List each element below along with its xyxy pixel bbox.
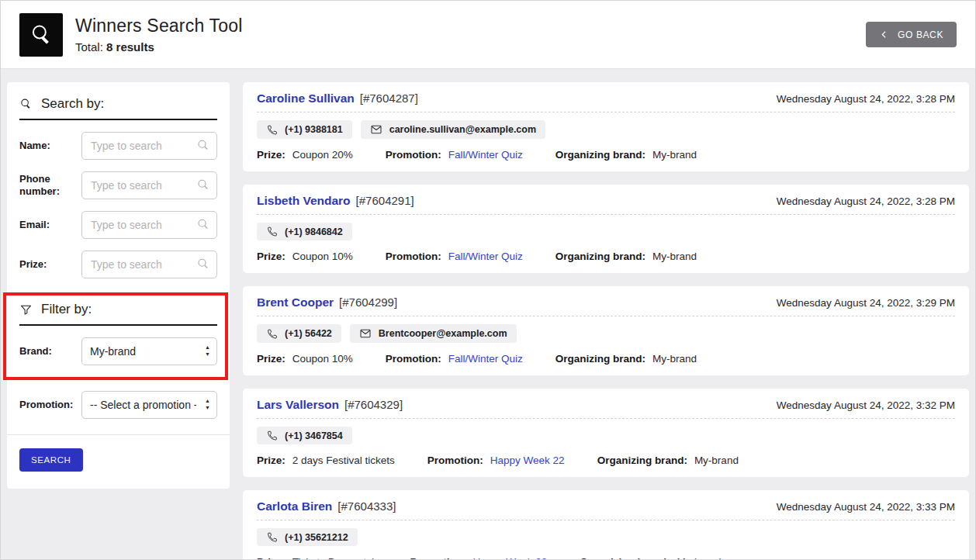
main-layout: Search by: Name: Phone number: Email: [1, 69, 975, 560]
contact-badges: (+1) 56422 Brentcooper@example.com [257, 324, 955, 343]
card-info-row: Prize:Tickets Box match Promotion:Happy … [257, 556, 955, 560]
header: Winners Search Tool Total: 8 results GO … [1, 1, 975, 69]
prize-value: Coupon 10% [292, 251, 353, 262]
promotion-pair: Promotion:Fall/Winter Quiz [386, 353, 523, 365]
organizing-brand-label: Organizing brand: [555, 251, 645, 262]
prize-pair: Prize:Coupon 10% [257, 251, 353, 262]
promotion-filter-row: Promotion: -- Select a promotion -- ▲▼ [19, 391, 217, 419]
promotion-link[interactable]: Fall/Winter Quiz [448, 353, 523, 365]
filter-highlight-annotation: Filter by: Brand: My-brand ▲▼ [3, 292, 228, 380]
phone-number: (+1) 3467854 [285, 430, 343, 441]
sidebar-divider [7, 434, 230, 435]
promotion-label: Promotion: [410, 556, 466, 560]
contact-badges: (+1) 3467854 [257, 427, 955, 444]
go-back-button[interactable]: GO BACK [866, 22, 957, 47]
brand-pair: Organizing brand:My-brand [555, 149, 697, 161]
promotion-filter-label: Promotion: [19, 399, 81, 411]
brand-select[interactable]: My-brand [81, 337, 217, 365]
search-button[interactable]: SEARCH [19, 448, 83, 472]
winner-datetime: Wednesday August 24, 2022, 3:33 PM [777, 501, 955, 513]
dashed-divider [257, 214, 955, 215]
promotion-pair: Promotion:Happy Week 22 [427, 455, 565, 466]
results-list: Caroline Sullivan [#7604287] Wednesday A… [243, 82, 969, 560]
title-block: Winners Search Tool Total: 8 results [75, 16, 243, 54]
prize-value: Coupon 20% [292, 149, 353, 161]
promotion-label: Promotion: [427, 455, 483, 466]
winner-datetime: Wednesday August 24, 2022, 3:32 PM [777, 399, 955, 411]
winner-name-link[interactable]: Caroline Sullivan [257, 92, 355, 105]
brand-pair: Organizing brand:My-brand [597, 455, 739, 466]
winner-name-link[interactable]: Lars Vallerson [257, 398, 339, 412]
card-info-row: Prize:2 days Festival tickets Promotion:… [257, 455, 955, 466]
email-search-input[interactable] [81, 211, 217, 239]
name-field-label: Name: [19, 140, 81, 152]
phone-icon [266, 226, 278, 237]
winner-name-link[interactable]: Lisbeth Vendaro [257, 194, 351, 208]
phone-search-input[interactable] [81, 171, 217, 199]
email-address: Brentcooper@example.com [379, 328, 507, 339]
phone-number: (+1) 9388181 [285, 124, 343, 135]
name-input-wrap [81, 132, 217, 160]
brand-filter-row: Brand: My-brand ▲▼ [19, 337, 217, 365]
winner-ref: [#7604333] [337, 500, 396, 513]
name-search-input[interactable] [81, 132, 217, 160]
phone-input-wrap [81, 171, 217, 199]
contact-badges: (+1) 35621212 [257, 528, 955, 546]
phone-badge: (+1) 3467854 [257, 427, 352, 444]
prize-value: Tickets Box match [292, 556, 378, 560]
promotion-pair: Promotion:Fall/Winter Quiz [386, 251, 523, 262]
chevron-left-icon [879, 29, 889, 40]
filter-by-title: Filter by: [41, 302, 92, 317]
promotion-select[interactable]: -- Select a promotion -- [81, 391, 217, 419]
phone-icon [266, 430, 278, 441]
phone-icon [266, 328, 278, 340]
envelope-icon [370, 123, 382, 136]
prize-label: Prize: [257, 251, 286, 262]
organizing-brand-label: Organizing brand: [555, 149, 645, 161]
dashed-divider [257, 520, 955, 520]
winner-name-link[interactable]: Brent Cooper [257, 296, 334, 309]
winner-card: Caroline Sullivan [#7604287] Wednesday A… [243, 82, 969, 171]
phone-field-label: Phone number: [19, 173, 81, 199]
promotion-label: Promotion: [386, 353, 441, 365]
prize-value: Coupon 10% [292, 353, 353, 365]
prize-pair: Prize:Coupon 10% [257, 353, 353, 365]
promotion-label: Promotion: [386, 149, 441, 161]
phone-badge: (+1) 9846842 [257, 223, 352, 240]
organizing-brand-label: Organizing brand: [597, 455, 687, 466]
card-header: Caroline Sullivan [#7604287] Wednesday A… [257, 92, 955, 105]
prize-search-input[interactable] [81, 251, 217, 278]
brand-pair: Organizing brand:My-brand [580, 556, 721, 560]
prize-pair: Prize:Coupon 20% [257, 149, 353, 161]
phone-icon [266, 124, 278, 136]
contact-badges: (+1) 9846842 [257, 223, 955, 240]
prize-label: Prize: [257, 455, 286, 466]
phone-field-row: Phone number: [19, 171, 217, 199]
promotion-link[interactable]: Fall/Winter Quiz [448, 149, 523, 161]
promotion-link[interactable]: Fall/Winter Quiz [448, 251, 523, 262]
brand-value: My-brand [652, 251, 697, 262]
winner-card: Carlota Biren [#7604333] Wednesday Augus… [243, 490, 969, 560]
phone-number: (+1) 56422 [285, 328, 332, 339]
promotion-label: Promotion: [386, 251, 441, 262]
prize-input-wrap [81, 251, 217, 278]
email-badge: Brentcooper@example.com [350, 324, 517, 343]
promotion-link[interactable]: Happy Week 22 [473, 556, 548, 560]
card-info-row: Prize:Coupon 20% Promotion:Fall/Winter Q… [257, 149, 955, 161]
organizing-brand-label: Organizing brand: [555, 353, 645, 365]
brand-pair: Organizing brand:My-brand [555, 251, 697, 262]
prize-pair: Prize:Tickets Box match [257, 556, 378, 560]
card-header: Lars Vallerson [#7604329] Wednesday Augu… [257, 398, 955, 412]
total-value: 8 results [106, 40, 154, 54]
promotion-link[interactable]: Happy Week 22 [490, 455, 565, 466]
brand-select-wrap: My-brand ▲▼ [81, 337, 217, 365]
winner-name-link[interactable]: Carlota Biren [257, 500, 332, 513]
winner-ref: [#7604291] [356, 194, 414, 207]
prize-label: Prize: [257, 556, 286, 560]
dashed-divider [257, 316, 955, 316]
phone-badge: (+1) 35621212 [257, 528, 358, 546]
winner-card: Lars Vallerson [#7604329] Wednesday Augu… [243, 389, 969, 477]
email-field-label: Email: [19, 219, 81, 231]
email-badge: caroline.sullivan@example.com [361, 120, 545, 139]
prize-label: Prize: [257, 149, 286, 161]
